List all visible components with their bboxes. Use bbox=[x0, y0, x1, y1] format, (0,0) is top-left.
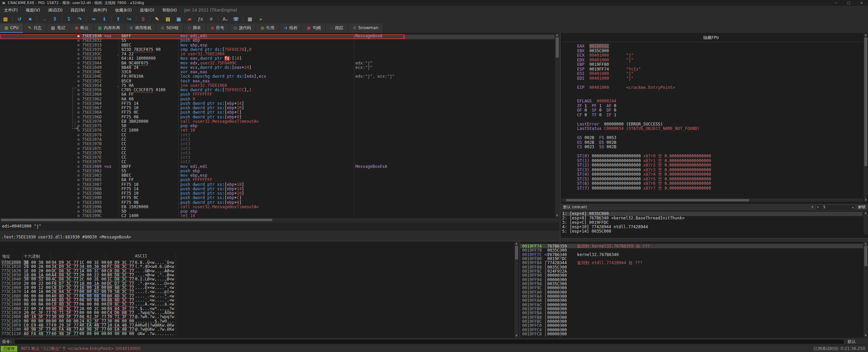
disasm-row[interactable]: 75EE19755Dpop ebp bbox=[0, 124, 555, 128]
dump-row[interactable]: 773C105020 00 22 00F8 D7 3C 7718 00 1A 0… bbox=[0, 281, 513, 286]
instruction-dot-icon[interactable] bbox=[77, 143, 80, 145]
dump-row[interactable]: 773C1110A0 FA 4B 7760 9B 3F 7700 00 00 0… bbox=[0, 332, 513, 336]
instruction-dot-icon[interactable] bbox=[77, 165, 80, 168]
register-line[interactable]: ZF 1 PF 1 AF 0 bbox=[577, 104, 616, 108]
instruction-dot-icon[interactable] bbox=[77, 138, 80, 141]
disasm-row[interactable]: 75EE1987FF75 18push dword ptr ss:[ebp+18… bbox=[0, 182, 555, 187]
close-button[interactable]: ✕ bbox=[855, 0, 868, 6]
tab-引用[interactable]: ◎引用 bbox=[256, 23, 278, 33]
disasm-row[interactable]: 75EE19606A FFpush FFFFFFFF bbox=[0, 92, 555, 97]
register-line[interactable]: EBP 0019FF80 bbox=[577, 62, 609, 67]
register-line[interactable]: ST(7) 00000000000000000000 x87r7 空 0.000… bbox=[577, 186, 711, 191]
stop-icon[interactable]: ■ bbox=[26, 15, 35, 23]
patch-file-icon[interactable]: ▰ bbox=[185, 15, 194, 23]
tab-内存布局[interactable]: ▦内存布局 bbox=[94, 23, 124, 33]
stack-row[interactable]: 0019FFB800000000 bbox=[520, 315, 863, 319]
splitter[interactable] bbox=[561, 238, 868, 239]
instruction-dot-icon[interactable] bbox=[77, 66, 80, 69]
instruction-dot-icon[interactable] bbox=[77, 206, 80, 208]
tab-符号[interactable]: ◉符号 bbox=[206, 23, 229, 33]
instruction-dot-icon[interactable] bbox=[77, 44, 80, 46]
stack-row[interactable]: 0019FF9400000000 bbox=[520, 278, 863, 282]
disasm-row[interactable]: 75EE1980 <us8BFFmov edi,ediMessageBoxExA bbox=[0, 164, 555, 169]
tab-调用堆栈[interactable]: ≣调用堆栈 bbox=[125, 23, 156, 33]
tab-日志[interactable]: ✎日志 bbox=[24, 23, 46, 33]
disasm-row[interactable]: 75EE1996E8 15020000call <user32.MessageB… bbox=[0, 205, 555, 209]
instruction-dot-icon[interactable] bbox=[77, 156, 80, 159]
instruction-dot-icon[interactable] bbox=[77, 215, 80, 217]
stack-row[interactable]: 0019FF780035C000 bbox=[520, 248, 863, 252]
instruction-dot-icon[interactable] bbox=[77, 93, 80, 96]
attach-icon[interactable]: ☏ bbox=[232, 15, 240, 23]
breakpoint-icon[interactable] bbox=[76, 34, 81, 38]
label-icon[interactable]: # bbox=[207, 15, 216, 23]
instruction-dot-icon[interactable] bbox=[77, 161, 80, 163]
register-line[interactable]: ST(6) 00000000000000000000 x87r6 空 0.000… bbox=[577, 181, 711, 186]
instruction-dot-icon[interactable] bbox=[77, 201, 80, 204]
disasm-row[interactable]: 75EE194EF0:0FB10Alock cmpxchg dword ptr … bbox=[0, 74, 555, 79]
register-line[interactable]: EDI 00401000 "j" bbox=[577, 76, 633, 81]
disasm-row[interactable]: 75EE19838BECmov ebp,esp bbox=[0, 173, 555, 178]
instruction-dot-icon[interactable] bbox=[77, 179, 80, 181]
stack-row[interactable]: 0019FF7C <&767B6340kernel32.767B6340 bbox=[520, 253, 863, 257]
disasm-row[interactable]: 75EE196DFF75 08push dword ptr ss:[ebp+8] bbox=[0, 115, 555, 119]
snowman-icon[interactable]: S bbox=[139, 15, 147, 23]
dump-row[interactable]: 773C104030 00 32 004C D8 3C 772C 00 2E 0… bbox=[0, 277, 513, 281]
instruction-dot-icon[interactable] bbox=[77, 148, 80, 150]
disasm-hscrollbar[interactable] bbox=[0, 218, 559, 222]
stack-row[interactable]: 0019FFC400000000 bbox=[520, 328, 863, 332]
dump-row[interactable]: 773C10F0C0 E9 4B 77F0 29 3F 7740 EA 4B 7… bbox=[0, 323, 513, 327]
instruction-dot-icon[interactable] bbox=[77, 71, 80, 73]
dump-row[interactable]: 773C10A008 00 0A 00C0 8D 3C 7706 00 08 0… bbox=[0, 302, 513, 306]
stack-row[interactable]: 0019FF8C924F922A bbox=[520, 269, 863, 273]
disasm-row[interactable]: 75EE1964FF75 14push dword ptr ss:[ebp+14… bbox=[0, 101, 555, 106]
instruction-dot-icon[interactable] bbox=[77, 89, 80, 91]
dump-row[interactable]: 773C110040 9B 3F 7740 FA 4B 77A0 9B 3F 7… bbox=[0, 327, 513, 331]
register-line[interactable]: ESI 00401000 "j" bbox=[577, 72, 633, 76]
disasm-row[interactable]: 75EE1944BA 9C40F075mov edx,user32.75F040… bbox=[0, 61, 555, 65]
disasm-row[interactable]: 75EE19338BECmov ebp,esp bbox=[0, 43, 555, 47]
stack-row[interactable]: 0019FFBC00000000 bbox=[520, 319, 863, 324]
execute-till-return-icon[interactable]: ⇑ bbox=[114, 15, 123, 23]
tab-seh链[interactable]: ⚠SEH链 bbox=[156, 23, 183, 33]
instruction-dot-icon[interactable] bbox=[77, 210, 80, 213]
dump-row[interactable]: 773C10C020 0C 3F 7770 71 3F 7700 00 00 0… bbox=[0, 311, 513, 315]
tab-跟踪[interactable]: ∴跟踪 bbox=[326, 23, 348, 33]
stack-panel[interactable]: 0019FF74767B6359返回到 kernel32.767B6359 自 … bbox=[520, 241, 868, 338]
disasm-row[interactable]: 75EE1970E8 3B020000call <user32.MessageB… bbox=[0, 119, 555, 124]
stack-row[interactable]: 0019FFB400000000 bbox=[520, 311, 863, 315]
menu-item-H[interactable]: 帮助(H) bbox=[158, 6, 181, 15]
disassembly-panel[interactable]: 75EE1930 <us8BFFmov edi,ediMessageBoxA75… bbox=[0, 33, 559, 218]
disasm-row[interactable]: 75EE1990FF75 0Cpush dword ptr ss:[ebp+C] bbox=[0, 196, 555, 200]
menu-item-N[interactable]: 跟踪(N) bbox=[66, 6, 89, 15]
instruction-dot-icon[interactable] bbox=[77, 98, 80, 100]
arg-count-spinner[interactable]: ▾ 5 ▴ bbox=[815, 204, 855, 211]
memory-map-icon[interactable]: ▣ bbox=[174, 15, 183, 23]
disasm-row[interactable]: 75EE19498B48 24mov ecx,dword ptr ds:[eax… bbox=[0, 65, 555, 70]
stack-row[interactable]: 0019FF9000000000 bbox=[520, 273, 863, 277]
stack-row[interactable]: 0019FFA800000000 bbox=[520, 298, 863, 302]
argument-row[interactable]: 5: [esp+14] 0035C000 bbox=[562, 229, 611, 234]
stack-row[interactable]: 0019FFC000000000 bbox=[520, 324, 863, 328]
chevron-down-icon[interactable]: ▾ bbox=[811, 204, 813, 211]
instruction-dot-icon[interactable] bbox=[77, 107, 80, 109]
register-line[interactable]: ST(4) 00000000000000000000 x87r4 空 0.000… bbox=[577, 172, 711, 177]
stack-row[interactable]: 0019FF800019FFDC bbox=[520, 257, 863, 261]
dump-row[interactable]: 773C101028 00 2A 0034 D9 3C 7734 00 36 0… bbox=[0, 265, 513, 269]
menu-item-F[interactable]: 文件(F) bbox=[0, 6, 22, 15]
instruction-dot-icon[interactable] bbox=[77, 183, 80, 186]
instruction-dot-icon[interactable] bbox=[77, 120, 80, 123]
step-over-icon[interactable]: ↷ bbox=[75, 15, 84, 23]
instruction-dot-icon[interactable] bbox=[77, 188, 80, 190]
disasm-row[interactable]: 75EE1993FF75 08push dword ptr ss:[ebp+8] bbox=[0, 200, 555, 205]
register-line[interactable]: LastError 00000000 (ERROR_SUCCESS) bbox=[577, 122, 663, 126]
disasm-row[interactable]: 75EE195285C0test eax,eax bbox=[0, 79, 555, 83]
tab-断点[interactable]: ●断点 bbox=[70, 23, 93, 33]
disasm-row[interactable]: 75EE197FCCint3 bbox=[0, 160, 555, 164]
dump-row[interactable]: 773C108006 00 08 00A0 8D 3C 7706 00 08 0… bbox=[0, 294, 513, 298]
instruction-dot-icon[interactable] bbox=[77, 174, 80, 177]
splitter[interactable] bbox=[519, 241, 520, 338]
instruction-dot-icon[interactable] bbox=[77, 48, 80, 51]
disasm-row[interactable]: 75EE197ACCint3 bbox=[0, 137, 555, 142]
about-icon[interactable]: ● bbox=[256, 15, 265, 23]
